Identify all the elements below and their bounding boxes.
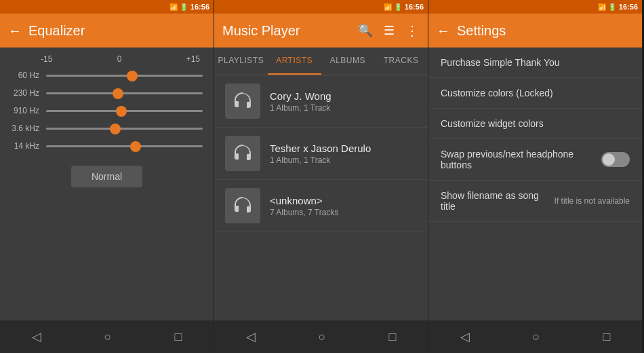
artist-name: Cory J. Wong [270,90,331,102]
settings-item[interactable]: Swap previous/next headphone buttons [428,139,642,181]
settings-item-text: Customize widget colors [441,118,630,129]
artist-name: Tesher x Jason Derulo [270,143,371,154]
eq-title: Equalizer [28,23,205,39]
eq-slider-track[interactable] [46,145,203,147]
mp-status-icons: 📶 🔋 [384,3,402,11]
settings-item[interactable]: Customize widget colors [428,109,642,139]
settings-item[interactable]: Purchase Simple Thank You [428,48,642,78]
eq-back-button[interactable]: ← [8,23,22,39]
eq-nav-recents[interactable]: □ [175,330,182,344]
settings-top-bar: ← Settings [428,14,642,48]
mp-time: 16:56 [405,3,424,11]
eq-mid-label: 0 [117,54,122,64]
eq-freq-label: 14 kHz [11,141,39,151]
toggle-knob [603,153,615,166]
settings-item-text: Swap previous/next headphone buttons [441,149,601,170]
eq-slider-thumb[interactable] [110,124,121,134]
settings-nav-home[interactable]: ○ [533,330,540,344]
artist-info: <unknown>7 Albums, 7 Tracks [270,195,338,217]
mp-top-icons: 🔍 ☰ ⋮ [358,22,420,39]
eq-time: 16:56 [190,3,209,11]
tab-artists[interactable]: ARTISTS [268,48,321,75]
toggle-switch[interactable] [601,152,630,167]
list-item[interactable]: Tesher x Jason Derulo1 Album, 1 Track [214,128,428,180]
music-player-panel: 📶 🔋 16:56 Music Player 🔍 ☰ ⋮ PLAYLISTS A… [214,0,428,353]
eq-freq-label: 910 Hz [11,106,39,115]
settings-item-value: If title is not available [555,196,630,206]
tab-tracks[interactable]: TRACKS [374,48,428,75]
eq-nav-home[interactable]: ○ [104,330,112,344]
mp-top-bar: Music Player 🔍 ☰ ⋮ [214,14,428,48]
eq-row: 230 Hz [0,84,214,102]
settings-title: Settings [457,23,634,39]
settings-item-text: Customize colors (Locked) [441,88,630,98]
settings-status-icons: 📶 🔋 [598,3,616,11]
eq-top-bar: ← Equalizer [0,14,214,48]
artist-info: Tesher x Jason Derulo1 Album, 1 Track [270,143,371,165]
mp-filter-icon[interactable]: ☰ [384,23,395,38]
eq-status-bar: 📶 🔋 16:56 [0,0,214,14]
mp-tab-bar: PLAYLISTS ARTISTS ALBUMS TRACKS [214,48,428,75]
artist-thumbnail [225,136,260,171]
eq-slider-track[interactable] [46,92,203,94]
artist-subtitle: 7 Albums, 7 Tracks [270,208,338,217]
eq-row: 60 Hz [0,67,214,84]
mp-search-icon[interactable]: 🔍 [358,23,373,38]
eq-preset-button[interactable]: Normal [71,166,142,187]
eq-row: 3.6 kHz [0,119,214,137]
settings-nav-back[interactable]: ◁ [460,329,470,344]
eq-min-label: -15 [41,54,52,64]
settings-panel: 📶 🔋 16:56 ← Settings Purchase Simple Tha… [428,0,643,353]
settings-nav-bar: ◁ ○ □ [428,320,642,353]
eq-slider-thumb[interactable] [130,141,141,152]
mp-more-icon[interactable]: ⋮ [405,22,420,39]
mp-nav-home[interactable]: ○ [319,330,326,344]
eq-slider-thumb[interactable] [113,88,123,99]
eq-slider-track[interactable] [46,110,203,112]
eq-freq-label: 3.6 kHz [11,124,39,133]
mp-nav-back[interactable]: ◁ [246,329,256,344]
tab-playlists[interactable]: PLAYLISTS [214,48,268,75]
artist-name: <unknown> [270,195,338,206]
list-item[interactable]: <unknown>7 Albums, 7 Tracks [214,180,428,232]
settings-nav-recents[interactable]: □ [603,330,611,344]
eq-slider-track[interactable] [46,128,203,130]
settings-item-text: Purchase Simple Thank You [441,57,630,68]
eq-max-label: +15 [186,54,200,64]
eq-nav-back[interactable]: ◁ [32,329,41,344]
tab-albums[interactable]: ALBUMS [321,48,375,75]
settings-back-button[interactable]: ← [437,23,450,39]
eq-nav-bar: ◁ ○ □ [0,320,214,353]
settings-status-bar: 📶 🔋 16:56 [428,0,642,14]
artist-thumbnail [225,83,260,119]
mp-nav-recents[interactable]: □ [389,330,397,344]
eq-bands: 60 Hz230 Hz910 Hz3.6 kHz14 kHz [0,67,214,155]
equalizer-panel: 📶 🔋 16:56 ← Equalizer -15 0 +15 60 Hz230… [0,0,214,353]
eq-row: 14 kHz [0,137,214,155]
list-item[interactable]: Cory J. Wong1 Album, 1 Track [214,75,428,128]
settings-item[interactable]: Show filename as song titleIf title is n… [428,181,642,222]
artist-thumbnail [225,188,260,223]
settings-list: Purchase Simple Thank YouCustomize color… [428,48,642,320]
artist-subtitle: 1 Album, 1 Track [270,103,331,113]
mp-status-bar: 📶 🔋 16:56 [214,0,428,14]
eq-scale-labels: -15 0 +15 [0,48,214,67]
settings-item-text: Show filename as song title [441,190,555,212]
eq-row: 910 Hz [0,102,214,119]
artist-list: Cory J. Wong1 Album, 1 Track Tesher x Ja… [214,75,428,320]
mp-title: Music Player [222,23,351,39]
settings-time: 16:56 [619,3,638,11]
eq-slider-thumb[interactable] [116,106,127,117]
mp-nav-bar: ◁ ○ □ [214,320,428,353]
artist-info: Cory J. Wong1 Album, 1 Track [270,90,331,113]
settings-item[interactable]: Customize colors (Locked) [428,78,642,109]
eq-content: -15 0 +15 60 Hz230 Hz910 Hz3.6 kHz14 kHz… [0,48,214,320]
artist-subtitle: 1 Album, 1 Track [270,155,371,165]
eq-freq-label: 60 Hz [11,71,39,80]
eq-slider-thumb[interactable] [127,71,138,81]
eq-freq-label: 230 Hz [11,88,39,98]
eq-status-icons: 📶 🔋 [169,3,188,11]
eq-slider-track[interactable] [46,75,203,77]
